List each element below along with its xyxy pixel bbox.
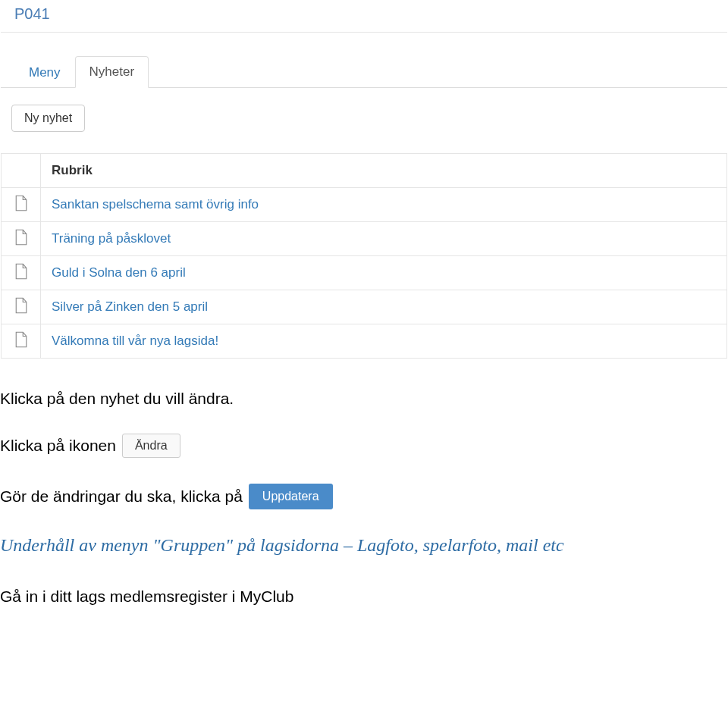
table-header-icon — [2, 154, 41, 188]
section-heading: Underhåll av menyn "Gruppen" på lagsidor… — [0, 535, 728, 556]
news-link-cell[interactable]: Guld i Solna den 6 april — [41, 256, 727, 290]
file-icon — [14, 268, 28, 283]
file-icon — [14, 302, 28, 317]
instructions-section: Klicka på den nyhet du vill ändra. Klick… — [0, 359, 728, 606]
tab-nyheter[interactable]: Nyheter — [75, 56, 149, 88]
file-icon-cell — [2, 188, 41, 222]
instruction-line-2: Klicka på ikonen Ändra — [0, 434, 728, 458]
table-row[interactable]: Guld i Solna den 6 april — [2, 256, 727, 290]
news-link[interactable]: Silver på Zinken den 5 april — [52, 299, 208, 314]
news-link[interactable]: Guld i Solna den 6 april — [52, 265, 186, 280]
news-link-cell[interactable]: Sanktan spelschema samt övrig info — [41, 188, 727, 222]
file-icon — [14, 200, 28, 215]
tab-meny[interactable]: Meny — [14, 57, 75, 88]
news-link-cell[interactable]: Silver på Zinken den 5 april — [41, 290, 727, 324]
file-icon — [14, 234, 28, 249]
instruction-text: Klicka på den nyhet du vill ändra. — [0, 390, 234, 408]
file-icon-cell — [2, 324, 41, 359]
news-table: Rubrik Sanktan spelschema samt övrig inf… — [1, 153, 727, 359]
table-header-row: Rubrik — [2, 154, 727, 188]
instruction-text: Klicka på ikonen — [0, 437, 116, 455]
file-icon-cell — [2, 222, 41, 256]
uppdatera-button[interactable]: Uppdatera — [249, 484, 333, 509]
admin-screenshot: P041 Meny Nyheter Ny nyhet Rubrik Sankta… — [0, 0, 728, 359]
instruction-text: Gör de ändringar du ska, klicka på — [0, 487, 243, 506]
page-title: P041 — [1, 1, 727, 33]
file-icon-cell — [2, 256, 41, 290]
new-news-button[interactable]: Ny nyhet — [11, 105, 85, 132]
news-link[interactable]: Välkomna till vår nya lagsida! — [52, 334, 218, 348]
news-link[interactable]: Sanktan spelschema samt övrig info — [52, 197, 259, 211]
table-row[interactable]: Silver på Zinken den 5 april — [2, 290, 727, 324]
tabs: Meny Nyheter — [14, 55, 727, 87]
instruction-line-3: Gör de ändringar du ska, klicka på Uppda… — [0, 484, 728, 509]
table-header-rubrik: Rubrik — [41, 154, 727, 188]
news-link[interactable]: Träning på påsklovet — [52, 231, 171, 246]
table-row[interactable]: Sanktan spelschema samt övrig info — [2, 188, 727, 222]
news-link-cell[interactable]: Välkomna till vår nya lagsida! — [41, 324, 727, 359]
table-row[interactable]: Träning på påsklovet — [2, 222, 727, 256]
instruction-line-1: Klicka på den nyhet du vill ändra. — [0, 390, 728, 408]
andra-button[interactable]: Ändra — [122, 434, 180, 458]
tab-row-wrapper: Meny Nyheter — [1, 55, 727, 88]
news-link-cell[interactable]: Träning på påsklovet — [41, 222, 727, 256]
table-row[interactable]: Välkomna till vår nya lagsida! — [2, 324, 727, 359]
file-icon — [14, 337, 28, 351]
instruction-line-4: Gå in i ditt lags medlemsregister i MyCl… — [0, 587, 728, 606]
file-icon-cell — [2, 290, 41, 324]
